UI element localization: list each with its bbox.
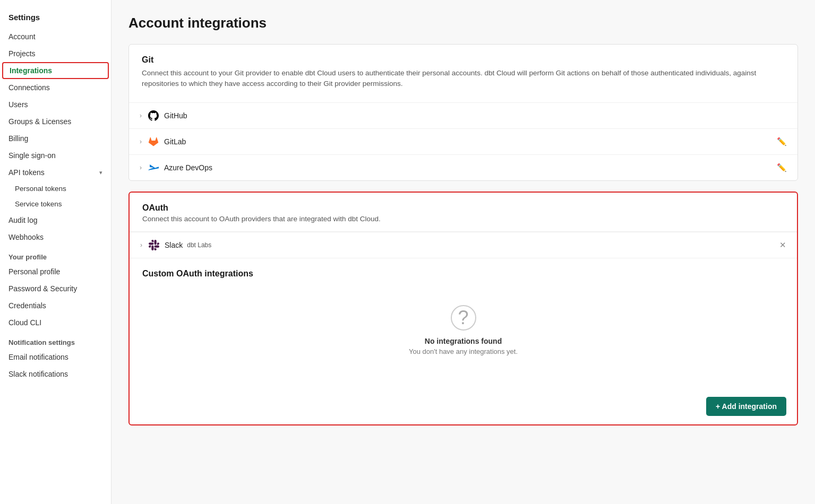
empty-state-subtitle: You don't have any integrations yet. [409,347,518,355]
sidebar: Settings Account Projects Integrations C… [0,0,111,504]
gitlab-actions: ✏️ [777,137,787,146]
sidebar-item-password-security[interactable]: Password & Security [0,280,111,297]
page-title: Account integrations [128,15,798,31]
git-card-header: Git Connect this account to your Git pro… [129,45,797,102]
empty-state-question-icon: ? [451,305,476,331]
github-icon [148,110,159,121]
oauth-section-title: OAuth [142,203,784,213]
gitlab-edit-icon[interactable]: ✏️ [777,137,787,146]
add-integration-button[interactable]: + Add integration [706,397,786,416]
oauth-section-description: Connect this account to OAuth providers … [142,215,784,223]
github-label: GitHub [164,111,187,120]
git-card-title: Git [142,55,785,65]
sidebar-item-credentials[interactable]: Credentials [0,297,111,314]
azure-devops-icon [148,162,159,173]
azure-actions: ✏️ [777,163,787,172]
add-integration-btn-wrapper: + Add integration [130,390,797,424]
empty-state-title: No integrations found [425,337,502,345]
notification-section-label: Notification settings [0,331,111,349]
sidebar-item-webhooks[interactable]: Webhooks [0,229,111,246]
gitlab-expand-chevron-icon: › [140,138,142,145]
sidebar-item-users[interactable]: Users [0,96,111,113]
main-content: Account integrations Git Connect this ac… [111,0,815,504]
azure-integration-row[interactable]: › Azure DevOps ✏️ [129,154,797,180]
sidebar-item-slack-notifications[interactable]: Slack notifications [0,366,111,383]
sidebar-item-connections[interactable]: Connections [0,79,111,96]
sidebar-item-service-tokens[interactable]: Service tokens [0,196,111,212]
sidebar-item-cloud-cli[interactable]: Cloud CLI [0,314,111,331]
slack-expand-chevron-icon: › [140,241,142,249]
azure-expand-chevron-icon: › [140,164,142,171]
github-expand-chevron-icon: › [140,112,142,119]
sidebar-title: Settings [0,8,111,28]
slack-actions: ✕ [779,240,786,250]
custom-oauth-title: Custom OAuth integrations [142,269,784,279]
sidebar-item-api-tokens[interactable]: API tokens ▾ [0,164,111,181]
sidebar-item-integrations[interactable]: Integrations [2,62,109,79]
api-tokens-chevron-icon: ▾ [99,169,102,176]
slack-icon [149,240,159,250]
sidebar-item-billing[interactable]: Billing [0,130,111,147]
slack-label: Slack [165,241,183,249]
custom-oauth-section: Custom OAuth integrations ? No integrati… [130,258,797,390]
slack-remove-icon[interactable]: ✕ [779,240,786,250]
oauth-section: OAuth Connect this account to OAuth prov… [130,193,797,232]
sidebar-item-sso[interactable]: Single sign-on [0,147,111,164]
slack-integration-row[interactable]: › Slack dbt Labs ✕ [130,232,797,258]
gitlab-icon [148,136,159,147]
sidebar-item-account[interactable]: Account [0,28,111,45]
gitlab-label: GitLab [164,137,186,146]
slack-tag: dbt Labs [187,241,211,249]
oauth-card: OAuth Connect this account to OAuth prov… [128,192,798,425]
profile-section-label: Your profile [0,246,111,263]
azure-edit-icon[interactable]: ✏️ [777,163,787,172]
empty-state: ? No integrations found You don't have a… [142,289,784,382]
sidebar-item-groups-licenses[interactable]: Groups & Licenses [0,113,111,130]
sidebar-item-projects[interactable]: Projects [0,45,111,62]
azure-devops-label: Azure DevOps [164,163,212,172]
sidebar-item-audit-log[interactable]: Audit log [0,212,111,229]
git-card: Git Connect this account to your Git pro… [128,44,798,181]
sidebar-item-personal-profile[interactable]: Personal profile [0,263,111,280]
sidebar-item-personal-tokens[interactable]: Personal tokens [0,181,111,196]
github-integration-row[interactable]: › GitHub [129,102,797,128]
sidebar-item-email-notifications[interactable]: Email notifications [0,349,111,366]
gitlab-integration-row[interactable]: › GitLab ✏️ [129,128,797,154]
git-card-description: Connect this account to your Git provide… [142,68,785,90]
